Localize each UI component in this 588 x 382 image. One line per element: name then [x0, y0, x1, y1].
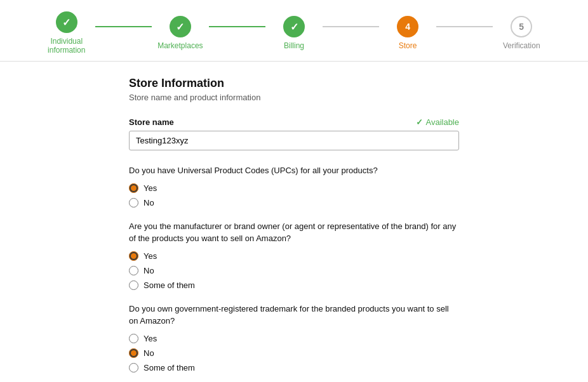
main-content: Store Information Store name and product…	[129, 62, 459, 382]
available-badge: Available	[416, 117, 459, 127]
question-upc: Do you have Universal Product Codes (UPC…	[129, 164, 459, 207]
trademark-yes-label: Yes	[144, 334, 157, 343]
store-name-label: Store name	[129, 117, 174, 127]
trademark-yes-radio[interactable]	[129, 334, 138, 343]
trademark-yes-option[interactable]: Yes	[129, 334, 459, 343]
step-billing: ✓ Billing	[265, 16, 323, 50]
step-individual-information: ✓ Individual information	[38, 11, 95, 55]
upc-no-option[interactable]: No	[129, 198, 459, 207]
connector-3-4	[323, 26, 380, 27]
section-title: Store Information	[129, 77, 459, 90]
upc-yes-radio[interactable]	[129, 183, 138, 193]
manufacturer-no-radio[interactable]	[129, 266, 138, 275]
manufacturer-some-option[interactable]: Some of them	[129, 280, 459, 290]
manufacturer-no-label: No	[144, 266, 154, 275]
step-circle-3: ✓	[283, 16, 305, 37]
trademark-no-label: No	[144, 348, 154, 358]
trademark-some-option[interactable]: Some of them	[129, 363, 459, 372]
step-circle-4: 4	[397, 16, 418, 37]
manufacturer-some-label: Some of them	[144, 280, 195, 290]
progress-bar: ✓ Individual information ✓ Marketplaces …	[0, 0, 588, 62]
step-marketplaces: ✓ Marketplaces	[152, 16, 209, 50]
question-trademark-text: Do you own government-registered tradema…	[129, 303, 459, 327]
question-manufacturer: Are you the manufacturer or brand owner …	[129, 220, 459, 290]
manufacturer-yes-radio[interactable]	[129, 251, 138, 261]
step-verification: 5 Verification	[493, 16, 550, 50]
manufacturer-no-option[interactable]: No	[129, 266, 459, 275]
manufacturer-yes-option[interactable]: Yes	[129, 251, 459, 261]
connector-1-2	[95, 26, 152, 27]
store-name-group: Store name Available	[129, 117, 459, 150]
step-circle-2: ✓	[170, 16, 191, 37]
store-name-input[interactable]	[129, 131, 459, 150]
trademark-some-radio[interactable]	[129, 363, 138, 372]
question-manufacturer-text: Are you the manufacturer or brand owner …	[129, 220, 459, 245]
question-upc-text: Do you have Universal Product Codes (UPC…	[129, 164, 459, 177]
store-name-header: Store name Available	[129, 117, 459, 127]
step-label-3: Billing	[284, 41, 304, 50]
question-trademark: Do you own government-registered tradema…	[129, 303, 459, 372]
upc-yes-label: Yes	[144, 183, 157, 193]
upc-yes-option[interactable]: Yes	[129, 183, 459, 193]
manufacturer-yes-label: Yes	[144, 251, 157, 261]
upc-no-radio[interactable]	[129, 198, 138, 207]
connector-4-5	[436, 26, 493, 27]
trademark-some-label: Some of them	[144, 363, 195, 372]
step-label-2: Marketplaces	[157, 41, 203, 50]
step-store: 4 Store	[379, 16, 436, 50]
step-label-1: Individual information	[38, 37, 95, 55]
trademark-no-option[interactable]: No	[129, 348, 459, 358]
step-label-4: Store	[399, 41, 417, 50]
manufacturer-some-radio[interactable]	[129, 280, 138, 290]
section-subtitle: Store name and product information	[129, 93, 459, 102]
upc-no-label: No	[144, 198, 154, 207]
trademark-no-radio[interactable]	[129, 348, 138, 358]
step-circle-5: 5	[511, 16, 532, 37]
connector-2-3	[209, 26, 266, 27]
step-label-5: Verification	[503, 41, 540, 50]
step-circle-1: ✓	[56, 11, 77, 33]
